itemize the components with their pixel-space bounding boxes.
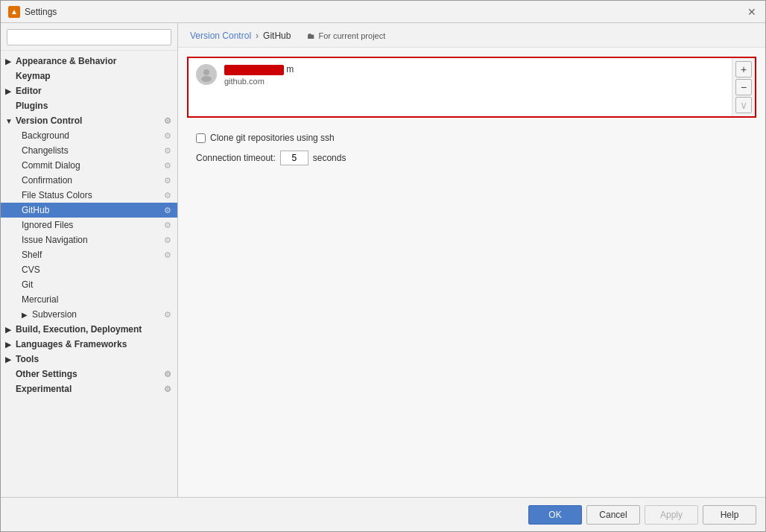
account-info: m github.com: [224, 64, 294, 86]
sidebar-item-commit-dialog[interactable]: Commit Dialog ⚙: [1, 158, 177, 173]
sidebar-item-tools[interactable]: ▶ Tools: [1, 352, 177, 367]
for-project-label: For current project: [318, 31, 385, 40]
sidebar-item-editor[interactable]: ▶ Editor: [1, 83, 177, 98]
sidebar-item-label: Keymap: [16, 71, 51, 81]
timeout-input[interactable]: [280, 151, 308, 165]
expand-arrow-tools: ▶: [5, 355, 13, 364]
sidebar-item-file-status-colors[interactable]: File Status Colors ⚙: [1, 188, 177, 203]
sidebar-item-confirmation[interactable]: Confirmation ⚙: [1, 173, 177, 188]
settings-icon-fsc: ⚙: [164, 191, 171, 200]
settings-icon-cd: ⚙: [164, 161, 171, 171]
sidebar-item-version-control[interactable]: ▼ Version Control ⚙: [1, 113, 177, 128]
settings-icon-svn: ⚙: [164, 310, 171, 320]
clone-ssh-checkbox[interactable]: [196, 133, 206, 143]
settings-icon-if: ⚙: [164, 221, 171, 230]
search-wrapper: ⌕: [7, 29, 171, 45]
expand-arrow-languages: ▶: [5, 341, 13, 349]
apply-button[interactable]: Apply: [645, 505, 698, 525]
account-name: m: [224, 64, 294, 75]
sidebar-item-changelists[interactable]: Changelists ⚙: [1, 143, 177, 158]
search-input[interactable]: [7, 29, 171, 45]
sidebar-item-label: Ignored Files: [22, 220, 73, 230]
close-button[interactable]: ✕: [746, 6, 758, 18]
sidebar-item-build[interactable]: ▶ Build, Execution, Deployment: [1, 322, 177, 337]
timeout-label: Connection timeout:: [196, 153, 276, 163]
account-name-suffix: m: [286, 64, 294, 75]
sidebar-item-label: Version Control: [16, 115, 82, 126]
ok-button[interactable]: OK: [528, 505, 582, 525]
sidebar-item-other-settings[interactable]: Other Settings ⚙: [1, 367, 177, 381]
help-button[interactable]: Help: [703, 505, 756, 525]
clone-ssh-label[interactable]: Clone git repositories using ssh: [210, 133, 335, 143]
svg-point-0: [203, 69, 209, 75]
sidebar-item-label: Confirmation: [22, 175, 72, 186]
breadcrumb: Version Control › GitHub 🖿 For current p…: [178, 23, 765, 48]
breadcrumb-current: GitHub: [263, 31, 291, 41]
settings-icon-cl: ⚙: [164, 146, 171, 156]
expand-arrow-appearance: ▶: [5, 57, 13, 66]
app-icon: ▲: [8, 6, 20, 18]
sidebar-item-shelf[interactable]: Shelf ⚙: [1, 247, 177, 262]
expand-arrow-build: ▶: [5, 326, 13, 334]
expand-arrow-vc: ▼: [5, 117, 13, 125]
sidebar-item-label: Subversion: [32, 309, 77, 320]
avatar: [196, 64, 217, 85]
settings-icon-other: ⚙: [164, 370, 171, 379]
sidebar-item-label: Appearance & Behavior: [16, 56, 116, 66]
sidebar-item-appearance[interactable]: ▶ Appearance & Behavior: [1, 54, 177, 69]
add-account-button[interactable]: +: [735, 61, 752, 77]
breadcrumb-parent[interactable]: Version Control: [190, 31, 251, 41]
sidebar-item-label: Issue Navigation: [22, 235, 88, 245]
settings-icon-conf: ⚙: [164, 176, 171, 186]
side-buttons: + − ∨: [732, 58, 755, 116]
account-host: github.com: [224, 77, 294, 86]
sidebar-item-cvs[interactable]: CVS: [1, 262, 177, 277]
sidebar-item-plugins[interactable]: Plugins: [1, 98, 177, 113]
sidebar-item-label: Languages & Frameworks: [16, 339, 127, 349]
settings-icon-gh: ⚙: [164, 206, 171, 215]
sidebar-item-label: Other Settings: [16, 369, 77, 379]
accounts-list: m github.com: [189, 58, 732, 116]
sidebar-item-ignored-files[interactable]: Ignored Files ⚙: [1, 218, 177, 232]
settings-icon-exp: ⚙: [164, 384, 171, 394]
sidebar-item-issue-navigation[interactable]: Issue Navigation ⚙: [1, 232, 177, 247]
for-project: 🖿 For current project: [307, 31, 385, 40]
sidebar-item-label: GitHub: [22, 205, 49, 215]
panel-body: m github.com + − ∨: [178, 48, 765, 497]
sidebar-item-github[interactable]: GitHub ⚙: [1, 203, 177, 218]
sidebar-item-languages[interactable]: ▶ Languages & Frameworks: [1, 337, 177, 352]
window-title: Settings: [25, 7, 57, 17]
sidebar-item-git[interactable]: Git: [1, 277, 177, 292]
sidebar-item-label: Editor: [16, 86, 42, 96]
accounts-list-wrapper: m github.com + − ∨: [187, 57, 756, 118]
sidebar-item-label: Plugins: [16, 101, 48, 111]
search-box: ⌕: [1, 23, 177, 51]
sidebar-item-label: Commit Dialog: [22, 160, 80, 171]
sidebar-item-label: CVS: [22, 265, 40, 275]
settings-icon-shelf: ⚙: [164, 250, 171, 260]
account-row[interactable]: m github.com: [189, 58, 732, 92]
sidebar-item-keymap[interactable]: Keymap: [1, 69, 177, 83]
cancel-button[interactable]: Cancel: [586, 505, 640, 525]
sidebar-item-mercurial[interactable]: Mercurial: [1, 292, 177, 307]
clone-ssh-row: Clone git repositories using ssh: [196, 133, 747, 143]
sidebar: ⌕ ▶ Appearance & Behavior Keymap ▶: [1, 23, 178, 497]
title-bar-left: ▲ Settings: [8, 6, 57, 18]
nav-tree: ▶ Appearance & Behavior Keymap ▶ Editor …: [1, 51, 177, 497]
svg-point-1: [201, 76, 212, 82]
bottom-bar: OK Cancel Apply Help: [1, 497, 765, 531]
expand-arrow-svn: ▶: [22, 311, 29, 319]
timeout-row: Connection timeout: seconds: [196, 151, 747, 165]
sidebar-item-experimental[interactable]: Experimental ⚙: [1, 381, 177, 396]
sidebar-item-label: Shelf: [22, 250, 42, 260]
sidebar-item-subversion[interactable]: ▶ Subversion ⚙: [1, 307, 177, 322]
main-content: ⌕ ▶ Appearance & Behavior Keymap ▶: [1, 23, 765, 497]
settings-icon-in: ⚙: [164, 235, 171, 245]
move-down-button[interactable]: ∨: [735, 97, 752, 113]
remove-account-button[interactable]: −: [735, 79, 752, 95]
settings-icon-bg: ⚙: [164, 131, 171, 141]
sidebar-item-background[interactable]: Background ⚙: [1, 128, 177, 143]
sidebar-item-label: Experimental: [16, 384, 72, 394]
sidebar-item-label: Changelists: [22, 145, 69, 156]
content-area: Version Control › GitHub 🖿 For current p…: [178, 23, 765, 497]
